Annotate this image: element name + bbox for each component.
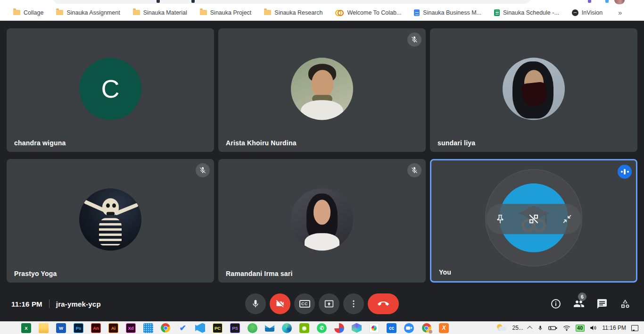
omnibox[interactable]	[53, 0, 531, 4]
activities-button[interactable]	[619, 298, 631, 309]
tray-mic-icon[interactable]	[537, 325, 543, 332]
participant-tile-ramandani[interactable]: Ramandani Irma sari	[218, 159, 426, 283]
battery-plug-icon[interactable]	[548, 325, 558, 331]
adobe-xd-icon[interactable]: Xd	[126, 323, 136, 333]
mic-off-icon	[411, 167, 418, 174]
more-options-button[interactable]	[343, 293, 364, 314]
checkmark-app-icon[interactable]: ✔	[178, 323, 188, 333]
mail-icon[interactable]	[265, 324, 274, 332]
edge-icon[interactable]	[282, 323, 292, 333]
bookmark-welcome-to-colab[interactable]: Welcome To Colab...	[335, 9, 401, 16]
present-button[interactable]	[319, 293, 339, 314]
taskbar-clock[interactable]: 11:16 PM	[603, 325, 626, 331]
phpstorm-icon[interactable]: PS	[230, 323, 240, 333]
zoom-icon[interactable]	[404, 323, 414, 333]
tray-overflow-chevron-icon[interactable]	[527, 326, 532, 331]
slack-icon[interactable]	[369, 323, 379, 333]
vscode-icon[interactable]	[195, 323, 205, 333]
grid-off-icon[interactable]	[528, 213, 540, 225]
mic-off-badge	[407, 33, 421, 47]
battery-percentage-badge[interactable]: 40	[576, 325, 585, 332]
animate-icon[interactable]: An	[91, 323, 101, 333]
creative-cloud-icon[interactable]: cc	[387, 323, 396, 333]
file-explorer-icon[interactable]	[39, 323, 49, 333]
present-icon	[324, 299, 334, 309]
illustrator-icon[interactable]: Ai	[108, 323, 118, 333]
bookmarks-overflow-chevron[interactable]: »	[615, 8, 625, 17]
participant-name: You	[439, 268, 451, 276]
mic-off-icon	[199, 167, 206, 174]
bookmark-sinauka-project[interactable]: Sinauka Project	[200, 9, 252, 16]
mic-off-icon	[411, 36, 418, 43]
chrome-profile-icon[interactable]	[421, 323, 431, 333]
participant-tile-sundari[interactable]: sundari liya	[430, 28, 637, 152]
chat-button[interactable]	[596, 298, 608, 309]
participant-tile-self[interactable]: You	[430, 159, 637, 283]
participants-button[interactable]: 6	[573, 298, 585, 309]
chat-icon	[596, 298, 608, 309]
participant-name: chandra wiguna	[14, 139, 66, 147]
avatar-letter: C	[101, 74, 120, 103]
participant-tile-arista[interactable]: Arista Khoiru Nurdina	[218, 28, 426, 152]
bookmark-sinauka-business[interactable]: Sinauka Business M...	[414, 9, 481, 16]
bookmark-label: Sinauka Business M...	[423, 9, 481, 16]
photoscape-icon[interactable]	[334, 323, 344, 333]
weather-icon[interactable]	[496, 324, 507, 332]
pycharm-icon[interactable]: PC	[213, 323, 223, 333]
participant-tile-chandra[interactable]: C chandra wiguna	[7, 28, 214, 152]
excel-icon[interactable]: X	[21, 323, 31, 333]
bookmark-invision[interactable]: InVision	[572, 9, 603, 16]
participant-tile-prastyo[interactable]: Prastyo Yoga	[7, 159, 214, 283]
word-icon[interactable]: W	[56, 323, 66, 333]
meet-stage: C chandra wiguna Arista Khoiru Nurdina s…	[0, 21, 644, 321]
whatsapp-icon[interactable]: ✆	[317, 323, 327, 333]
bookmark-label: Sinauka Schedule -...	[503, 9, 559, 16]
bookmark-sinauka-material[interactable]: Sinauka Material	[133, 9, 187, 16]
mic-off-badge	[407, 163, 421, 177]
action-center-icon[interactable]	[631, 325, 638, 331]
bookmark-sinauka-schedule[interactable]: Sinauka Schedule -...	[494, 9, 559, 16]
bookmarks-bar: Collage Sinauka Assignment Sinauka Mater…	[0, 5, 644, 21]
wifi-icon[interactable]	[563, 325, 570, 331]
calendar-icon[interactable]	[143, 323, 153, 333]
letter-avatar: C	[79, 58, 141, 120]
camera-off-button[interactable]	[270, 293, 290, 314]
audio-activity-indicator	[618, 165, 632, 179]
bookmark-collage[interactable]: Collage	[13, 9, 43, 16]
hexagon-app-icon[interactable]	[352, 323, 362, 333]
call-end-icon	[378, 298, 389, 309]
bookmark-label: Sinauka Research	[274, 9, 322, 16]
xampp-icon[interactable]: X	[439, 323, 449, 333]
participant-name: sundari liya	[438, 139, 475, 147]
pin-icon[interactable]	[495, 213, 506, 225]
extension-icon[interactable]	[588, 0, 591, 3]
hang-up-button[interactable]	[368, 293, 399, 314]
chrome-icon[interactable]	[161, 323, 170, 333]
participant-name: Ramandani Irma sari	[226, 270, 293, 277]
bookmark-label: Sinauka Material	[143, 9, 187, 16]
windows-taskbar: X W Ps An Ai Xd ✔ PC PS ◉ ✆ cc	[0, 321, 644, 334]
bookmark-sinauka-research[interactable]: Sinauka Research	[264, 9, 322, 16]
meeting-details-button[interactable]	[550, 298, 561, 309]
bookmark-sinauka-assignment[interactable]: Sinauka Assignment	[56, 9, 120, 16]
minimize-icon[interactable]	[561, 213, 573, 225]
photoshop-icon[interactable]: Ps	[74, 323, 83, 333]
activities-icon	[619, 298, 631, 309]
profile-photo	[79, 188, 141, 250]
profile-badge	[428, 329, 433, 334]
call-controls: CC	[245, 293, 399, 314]
folder-icon	[264, 10, 271, 15]
screen-recorder-icon[interactable]: ◉	[299, 323, 309, 333]
windows-start-icon[interactable]	[4, 323, 14, 333]
browser-profile-avatar[interactable]	[614, 0, 625, 4]
mic-button[interactable]	[245, 293, 266, 314]
mic-off-badge	[196, 163, 210, 177]
android-app-icon[interactable]	[248, 323, 257, 333]
speaker-icon[interactable]	[590, 325, 597, 331]
folder-icon	[200, 10, 207, 15]
omnibox-text-fragment	[157, 0, 160, 3]
extension-icon[interactable]	[605, 0, 609, 3]
weather-temp[interactable]: 25...	[512, 325, 523, 331]
captions-button[interactable]: CC	[294, 293, 315, 314]
meet-right-controls: 6	[550, 298, 631, 309]
